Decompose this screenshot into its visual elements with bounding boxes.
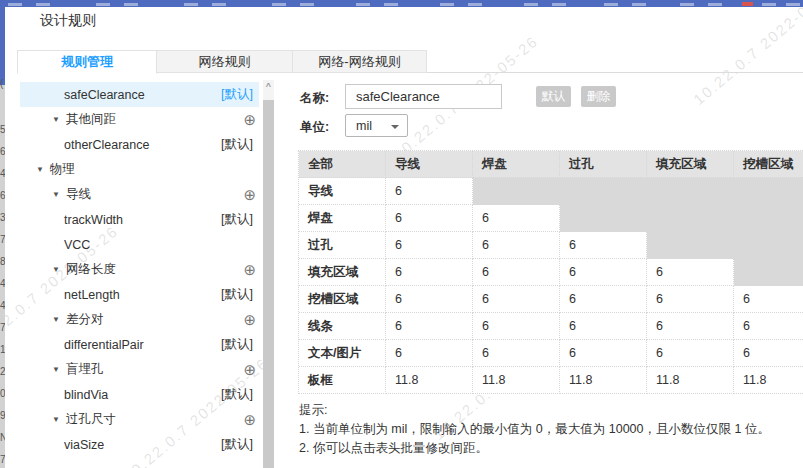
add-rule-icon[interactable]: ⊕ bbox=[243, 312, 256, 327]
add-rule-icon[interactable]: ⊕ bbox=[243, 362, 256, 377]
menu-text-fragment bbox=[440, 3, 454, 6]
matrix-header-4[interactable]: 填充区域 bbox=[647, 151, 734, 178]
matrix-value-cell[interactable]: 6 bbox=[473, 205, 560, 232]
matrix-header-3[interactable]: 过孔 bbox=[560, 151, 647, 178]
matrix-value-cell[interactable]: 6 bbox=[386, 205, 473, 232]
matrix-header-1[interactable]: 导线 bbox=[386, 151, 473, 178]
collapse-arrow-icon[interactable]: ▼ bbox=[52, 115, 60, 124]
edge-fragment: 4 bbox=[0, 279, 5, 289]
matrix-value-cell[interactable]: 6 bbox=[386, 313, 473, 340]
matrix-value-cell[interactable]: 11.8 bbox=[560, 367, 647, 394]
tree-item-label: trackWidth bbox=[64, 213, 123, 227]
collapse-arrow-icon[interactable]: ▼ bbox=[52, 315, 60, 324]
matrix-row-label: 焊盘 bbox=[299, 205, 386, 232]
menu-text-fragment bbox=[8, 3, 22, 6]
matrix-header-2[interactable]: 焊盘 bbox=[473, 151, 560, 178]
unit-label: 单位: bbox=[300, 119, 329, 136]
matrix-value-cell[interactable]: 6 bbox=[734, 286, 803, 313]
collapse-arrow-icon[interactable]: ▼ bbox=[36, 165, 44, 174]
tree-item-label: otherClearance bbox=[64, 138, 149, 152]
matrix-value-cell[interactable]: 6 bbox=[473, 232, 560, 259]
menu-text-fragment bbox=[680, 3, 694, 6]
matrix-value-cell[interactable]: 6 bbox=[647, 286, 734, 313]
tree-item-diff-pair-group[interactable]: ▼差分对⊕ bbox=[20, 307, 259, 332]
matrix-value-cell[interactable]: 6 bbox=[386, 340, 473, 367]
matrix-value-cell[interactable]: 11.8 bbox=[473, 367, 560, 394]
matrix-empty-cell bbox=[647, 232, 734, 259]
collapse-arrow-icon[interactable]: ▼ bbox=[52, 365, 60, 374]
add-rule-icon[interactable]: ⊕ bbox=[243, 112, 256, 127]
dialog-title: 设计规则 bbox=[40, 12, 96, 30]
tip-line: 2. 你可以点击表头批量修改间距。 bbox=[299, 439, 799, 458]
matrix-value-cell[interactable]: 6 bbox=[560, 313, 647, 340]
tree-item-label: 其他间距 bbox=[66, 111, 116, 128]
matrix-value-cell[interactable]: 6 bbox=[734, 340, 803, 367]
add-rule-icon[interactable]: ⊕ bbox=[243, 262, 256, 277]
tree-item-other-clearance-group[interactable]: ▼其他间距⊕ bbox=[20, 107, 259, 132]
tree-item-viaSize[interactable]: viaSize[默认] bbox=[20, 432, 259, 457]
matrix-value-cell[interactable]: 6 bbox=[473, 340, 560, 367]
matrix-value-cell[interactable]: 6 bbox=[647, 259, 734, 286]
tab-net-net-rules[interactable]: 网络-网络规则 bbox=[293, 50, 427, 73]
rule-name-input[interactable] bbox=[345, 84, 502, 109]
unit-select[interactable]: mil bbox=[345, 114, 408, 137]
tree-item-track-group[interactable]: ▼导线⊕ bbox=[20, 182, 259, 207]
default-button[interactable]: 默认 bbox=[536, 86, 571, 107]
tree-item-blindVia[interactable]: blindVia[默认] bbox=[20, 382, 259, 407]
matrix-empty-cell bbox=[473, 178, 560, 205]
menu-text-fragment bbox=[36, 3, 50, 6]
matrix-value-cell[interactable]: 6 bbox=[647, 313, 734, 340]
tree-item-label: 差分对 bbox=[66, 311, 104, 328]
matrix-value-cell[interactable]: 6 bbox=[386, 286, 473, 313]
tab-net-rules[interactable]: 网络规则 bbox=[157, 50, 293, 73]
matrix-header-5[interactable]: 挖槽区域 bbox=[734, 151, 803, 178]
matrix-value-cell[interactable]: 11.8 bbox=[734, 367, 803, 394]
edge-fragment: N bbox=[0, 433, 5, 443]
matrix-value-cell[interactable]: 6 bbox=[473, 313, 560, 340]
tab-rule-management[interactable]: 规则管理 bbox=[17, 50, 157, 74]
collapse-arrow-icon[interactable]: ▼ bbox=[52, 415, 60, 424]
matrix-header-0[interactable]: 全部 bbox=[299, 151, 386, 178]
matrix-value-cell[interactable]: 6 bbox=[560, 232, 647, 259]
tree-item-trackWidth[interactable]: trackWidth[默认] bbox=[20, 207, 259, 232]
tree-item-VCC[interactable]: VCC bbox=[20, 232, 259, 257]
tree-item-otherClearance[interactable]: otherClearance[默认] bbox=[20, 132, 259, 157]
collapse-arrow-icon[interactable]: ▼ bbox=[52, 190, 60, 199]
matrix-value-cell[interactable]: 11.8 bbox=[647, 367, 734, 394]
matrix-value-cell[interactable]: 6 bbox=[386, 259, 473, 286]
default-badge: [默认] bbox=[221, 286, 253, 303]
tree-item-netLength[interactable]: netLength[默认] bbox=[20, 282, 259, 307]
matrix-empty-cell bbox=[734, 232, 803, 259]
matrix-empty-cell bbox=[647, 205, 734, 232]
matrix-value-cell[interactable]: 6 bbox=[560, 286, 647, 313]
matrix-value-cell[interactable]: 6 bbox=[647, 340, 734, 367]
scroll-up-icon[interactable]: ^ bbox=[263, 81, 274, 91]
matrix-value-cell[interactable]: 6 bbox=[560, 259, 647, 286]
matrix-value-cell[interactable]: 11.8 bbox=[386, 367, 473, 394]
panel-edge-blue bbox=[0, 7, 5, 85]
tree-item-label: VCC bbox=[64, 238, 90, 252]
matrix-value-cell[interactable]: 6 bbox=[560, 340, 647, 367]
tree-item-label: netLength bbox=[64, 288, 120, 302]
add-rule-icon[interactable]: ⊕ bbox=[243, 187, 256, 202]
matrix-value-cell[interactable]: 6 bbox=[473, 259, 560, 286]
tree-item-physical-group[interactable]: ▼物理 bbox=[20, 157, 259, 182]
matrix-value-cell[interactable]: 6 bbox=[734, 313, 803, 340]
default-badge: [默认] bbox=[221, 136, 253, 153]
tree-item-blind-via-group[interactable]: ▼盲埋孔⊕ bbox=[20, 357, 259, 382]
menu-text-fragment bbox=[524, 3, 538, 6]
matrix-value-cell[interactable]: 6 bbox=[386, 232, 473, 259]
matrix-value-cell[interactable]: 6 bbox=[386, 178, 473, 205]
matrix-value-cell[interactable]: 6 bbox=[473, 286, 560, 313]
add-rule-icon[interactable]: ⊕ bbox=[243, 412, 256, 427]
scrollbar-thumb[interactable] bbox=[263, 100, 274, 468]
tree-item-safeClearance[interactable]: safeClearance[默认] bbox=[20, 82, 259, 107]
matrix-row-label: 线条 bbox=[299, 313, 386, 340]
tree-item-via-size-group[interactable]: ▼过孔尺寸⊕ bbox=[20, 407, 259, 432]
matrix-row-label: 过孔 bbox=[299, 232, 386, 259]
delete-button[interactable]: 删除 bbox=[581, 86, 616, 107]
tree-item-differentialPair[interactable]: differentialPair[默认] bbox=[20, 332, 259, 357]
tree-scrollbar[interactable]: ^ bbox=[263, 80, 274, 468]
collapse-arrow-icon[interactable]: ▼ bbox=[52, 265, 60, 274]
tree-item-net-length-group[interactable]: ▼网络长度⊕ bbox=[20, 257, 259, 282]
